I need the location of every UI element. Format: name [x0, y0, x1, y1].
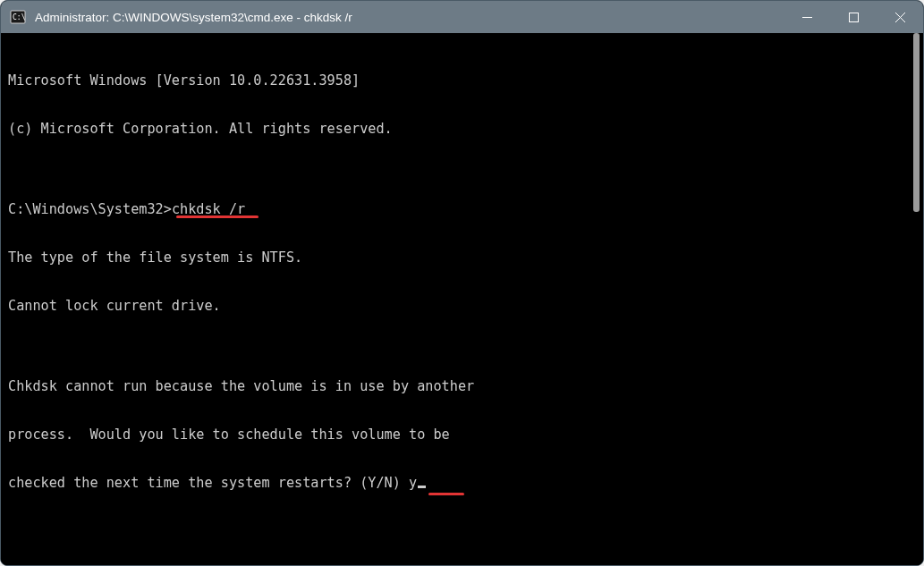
output-line: Chkdsk cannot run because the volume is …	[8, 378, 904, 394]
text-cursor	[418, 486, 426, 488]
vertical-scrollbar[interactable]	[904, 33, 920, 565]
output-line: Microsoft Windows [Version 10.0.22631.39…	[8, 72, 904, 89]
output-line: process. Would you like to schedule this…	[8, 427, 904, 443]
content-area: Microsoft Windows [Version 10.0.22631.39…	[1, 33, 923, 565]
terminal-output[interactable]: Microsoft Windows [Version 10.0.22631.39…	[1, 33, 904, 565]
minimize-button[interactable]	[784, 1, 830, 33]
output-line: The type of the file system is NTFS.	[8, 249, 904, 266]
prompt-path: C:\Windows\System32>	[8, 201, 172, 217]
annotation-underline	[428, 493, 464, 495]
scrollbar-thumb[interactable]	[913, 33, 920, 212]
annotation-underline	[176, 215, 259, 218]
user-answer: y	[409, 475, 417, 491]
window-controls	[784, 1, 923, 33]
prompt-line: C:\Windows\System32>chkdsk /r	[8, 201, 904, 217]
svg-rect-3	[849, 13, 858, 21]
window-title: Administrator: C:\WINDOWS\system32\cmd.e…	[35, 11, 784, 24]
prompt-answer-line: checked the next time the system restart…	[8, 475, 904, 491]
cmd-icon: C:\	[10, 9, 26, 25]
cmd-window: C:\ Administrator: C:\WINDOWS\system32\c…	[0, 0, 924, 566]
output-text: checked the next time the system restart…	[8, 475, 409, 491]
output-line: (c) Microsoft Corporation. All rights re…	[8, 121, 904, 137]
maximize-button[interactable]	[830, 1, 877, 33]
svg-text:C:\: C:\	[13, 13, 26, 21]
output-line: Cannot lock current drive.	[8, 298, 904, 314]
close-button[interactable]	[877, 1, 923, 33]
titlebar[interactable]: C:\ Administrator: C:\WINDOWS\system32\c…	[1, 1, 923, 33]
